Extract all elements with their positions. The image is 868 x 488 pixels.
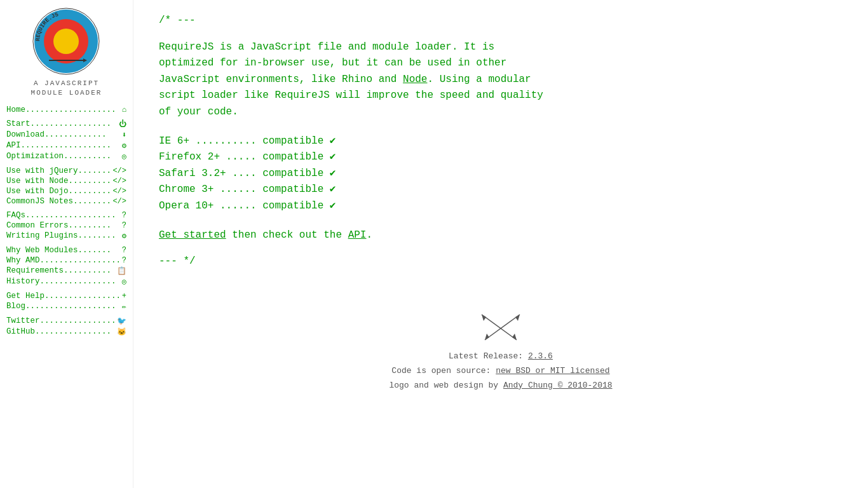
get-started-link[interactable]: Get started [159,229,226,241]
nav-dots-history: ................ [40,277,122,286]
nav-item-plugins[interactable]: Writing Plugins........⚙ [3,231,130,241]
nav-item-node[interactable]: Use with Node.........</> [3,176,130,186]
nav-item-amd[interactable]: Why AMD.................? [3,255,130,266]
nav-label-faqs: FAQs [6,211,25,220]
nav-label-optimization: Optimization [6,152,64,161]
nav-icon-home: ⌂ [122,105,126,114]
nav-dots-amd: ................. [40,256,122,265]
nav-item-github[interactable]: GitHub................🐱 [3,327,130,337]
nav-icon-errors: ? [122,221,126,230]
nav-icon-gethelp: + [122,292,126,301]
nav-icon-jquery: </> [112,166,126,175]
nav-icon-download: ⬇ [122,130,126,140]
nav-label-node: Use with Node [6,177,69,186]
footer-area: Latest Release: 2.3.6 Code is open sourc… [159,308,843,390]
nav-label-api: API [6,141,21,150]
svg-marker-9 [482,315,486,321]
nav-icon-node: </> [112,177,126,186]
node-link[interactable]: Node [403,74,427,85]
nav-item-start[interactable]: Start.................⏻ [3,119,130,130]
nav-label-gethelp: Get Help [6,292,44,301]
nav-icon-plugins: ⚙ [122,231,126,241]
svg-point-3 [53,29,79,54]
nav-label-commonjs: CommonJS Notes [6,197,73,206]
nav-item-gethelp[interactable]: Get Help................+ [3,291,130,301]
nav-dots-github: ................ [35,327,117,336]
nav-item-requirements[interactable]: Requirements..........📋 [3,266,130,276]
nav-icon-api: ⚙ [122,141,126,151]
compat-ie: IE 6+ .......... compatible ✔ [159,133,553,150]
author-link[interactable]: Andy Chung © 2010-2018 [503,381,613,390]
nav-label-blog: Blog [6,302,25,311]
nav-dots-download: ............. [44,130,122,139]
nav-dots-webmodules: ....... [78,246,122,255]
compat-firefox: Firefox 2+ ..... compatible ✔ [159,149,553,166]
crossed-arrows-icon [475,308,526,346]
nav-item-blog[interactable]: Blog...................✏ [3,301,130,312]
svg-marker-12 [515,315,520,321]
description-paragraph: RequireJS is a JavaScript file and modul… [159,39,553,121]
nav-dots-faqs: ................... [25,211,122,220]
nav-label-twitter: Twitter [6,316,40,325]
nav-icon-webmodules: ? [122,246,126,255]
nav-item-history[interactable]: History................◎ [3,276,130,287]
nav-dots-commonjs: ......... [73,197,112,206]
nav-dots-requirements: .......... [64,266,117,275]
nav-icon-blog: ✏ [122,302,126,311]
nav-label-plugins: Writing Plugins [6,231,78,240]
nav-icon-faqs: ? [122,211,126,220]
nav-item-dojo[interactable]: Use with Dojo.........</> [3,186,130,196]
nav-item-faqs[interactable]: FAQs...................? [3,210,130,220]
nav-item-home[interactable]: Home...................⌂ [3,105,130,115]
nav-dots-plugins: ........ [78,231,122,240]
nav-icon-amd: ? [122,256,126,265]
compat-safari: Safari 3.2+ .... compatible ✔ [159,166,553,182]
nav-label-download: Download [6,130,44,139]
nav-dots-api: ................... [21,141,122,150]
nav-item-api[interactable]: API...................⚙ [3,140,130,151]
comment-close: --- */ [159,254,553,270]
nav-label-amd: Why AMD [6,256,40,265]
svg-marker-8 [512,334,517,340]
nav-dots-blog: ................... [25,302,122,311]
nav-item-webmodules[interactable]: Why Web Modules.......? [3,245,130,255]
version-link[interactable]: 2.3.6 [528,351,553,361]
get-started-paragraph: Get started then check out the API. [159,227,553,244]
sidebar: REQUIRE.JS A JAVASCRIPT MODULE LOADER Ho… [0,0,133,488]
footer-latest-release: Latest Release: 2.3.6 [449,351,553,361]
nav-item-jquery[interactable]: Use with jQuery........</> [3,166,130,176]
nav-dots-optimization: .......... [64,152,122,161]
nav-icon-dojo: </> [112,187,126,196]
nav-item-download[interactable]: Download.............⬇ [3,130,130,140]
svg-marker-11 [485,334,489,340]
compat-list: IE 6+ .......... compatible ✔ Firefox 2+… [159,133,553,215]
nav-label-jquery: Use with jQuery [6,166,78,175]
compat-chrome: Chrome 3+ ...... compatible ✔ [159,182,553,198]
nav-item-commonjs[interactable]: CommonJS Notes.........</> [3,196,130,207]
license-link[interactable]: new BSD or MIT licensed [496,366,609,376]
nav-icon-optimization: ◎ [122,152,126,161]
nav-icon-start: ⏻ [119,119,126,129]
nav-dots-errors: ......... [69,221,122,230]
nav-dots-start: ................. [31,119,119,128]
nav-dots-home: ................... [25,105,122,114]
nav-container: Home...................⌂Start...........… [0,105,133,337]
nav-icon-github: 🐱 [117,327,126,337]
logo-tagline: A JAVASCRIPT MODULE LOADER [31,79,102,98]
api-link[interactable]: API [348,229,367,241]
nav-label-requirements: Requirements [6,266,64,275]
nav-item-twitter[interactable]: Twitter................🐦 [3,316,130,327]
nav-icon-history: ◎ [122,277,126,287]
nav-dots-gethelp: ................ [44,292,122,301]
nav-label-history: History [6,277,40,286]
nav-icon-requirements: 📋 [117,266,126,276]
nav-item-optimization[interactable]: Optimization..........◎ [3,151,130,162]
compat-opera: Opera 10+ ...... compatible ✔ [159,198,553,215]
nav-dots-dojo: ......... [69,187,113,196]
logo-container: REQUIRE.JS A JAVASCRIPT MODULE LOADER [31,6,102,98]
nav-item-errors[interactable]: Common Errors.........? [3,220,130,231]
nav-label-start: Start [6,119,31,128]
nav-label-webmodules: Why Web Modules [6,246,78,255]
nav-label-home: Home [6,105,25,114]
nav-icon-commonjs: </> [112,197,126,206]
